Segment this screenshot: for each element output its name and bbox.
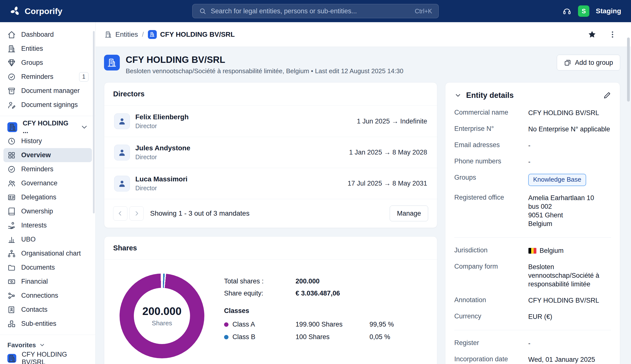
page-header: CFY HOLDING BV/SRL Besloten vennootschap… xyxy=(104,55,620,75)
add-to-group-button[interactable]: Add to group xyxy=(557,55,620,70)
detail-label: Annotation xyxy=(454,296,521,304)
user-pen-icon xyxy=(8,101,16,109)
brand[interactable]: Corporify xyxy=(10,6,62,16)
detail-value: Belgium xyxy=(540,246,564,255)
pagination-prev-button[interactable] xyxy=(113,206,128,220)
check-circle-icon xyxy=(8,73,16,81)
kebab-menu-icon[interactable] xyxy=(608,30,617,39)
detail-value: CFY HOLDING BV/SRL xyxy=(528,109,611,117)
manage-button[interactable]: Manage xyxy=(390,206,428,221)
director-role: Director xyxy=(135,184,188,192)
detail-label: Commercial name xyxy=(454,109,521,116)
share-class-row: Class B 100 Shares 0,05 % xyxy=(224,333,427,341)
sidebar-divider xyxy=(0,116,96,116)
donut-center-value: 200.000 xyxy=(142,305,182,318)
pagination-next-button[interactable] xyxy=(130,206,144,220)
headset-icon[interactable] xyxy=(562,6,572,16)
sidebar-item-governance[interactable]: Governance xyxy=(4,176,92,190)
page-title: CFY HOLDING BV/SRL xyxy=(126,55,403,65)
sidebar-item-delegations[interactable]: Delegations xyxy=(4,190,92,204)
chevron-down-icon xyxy=(39,342,45,348)
person-avatar-icon xyxy=(114,176,130,192)
sidebar-item-label: Document signings xyxy=(21,101,78,109)
archive-icon xyxy=(8,87,16,95)
breadcrumb-current: CFY HOLDING BV/SRL xyxy=(148,30,235,39)
page-content: CFY HOLDING BV/SRL Besloten vennootschap… xyxy=(96,47,631,364)
group-chip[interactable]: Knowledge Base xyxy=(528,174,586,186)
class-percent: 0,05 % xyxy=(370,333,427,341)
add-to-group-label: Add to group xyxy=(575,59,613,66)
search-input[interactable] xyxy=(211,8,410,15)
sidebar-item-label: Document manager xyxy=(21,87,80,95)
detail-row: Register - xyxy=(454,339,611,348)
favorites-label: Favorites xyxy=(8,341,36,349)
sidebar-item-document-signings[interactable]: Document signings xyxy=(4,98,92,112)
sidebar-item-sub-entities[interactable]: Sub-entities xyxy=(4,317,92,331)
detail-row: Enterprise N° No Enterprise N° applicabl… xyxy=(454,125,611,134)
sidebar-item-label: Entities xyxy=(21,45,43,52)
shares-card: Shares 200.000 Shares xyxy=(104,236,437,364)
sidebar-item-dashboard[interactable]: Dashboard xyxy=(4,28,92,42)
detail-label: Registered office xyxy=(454,194,521,201)
sidebar-item-label: Sub-entities xyxy=(21,320,56,328)
breadcrumb-entities[interactable]: Entities xyxy=(104,30,138,38)
reminders-count-badge: 1 xyxy=(79,72,88,82)
sidebar-item-financial[interactable]: Financial xyxy=(4,274,92,288)
sidebar-item-history[interactable]: History xyxy=(4,134,92,148)
sidebar-divider xyxy=(0,335,96,335)
main-scrollbar[interactable] xyxy=(627,38,630,102)
bar-chart-icon xyxy=(8,235,16,244)
sidebar-item-overview[interactable]: Overview xyxy=(4,148,92,162)
detail-label: Enterprise N° xyxy=(454,125,521,132)
mandate-period: 1 Jun 2025 → Indefinite xyxy=(357,118,427,125)
topbar: Corporify Ctrl+K S Staging xyxy=(0,0,631,22)
sidebar-scrollbar[interactable] xyxy=(93,31,95,214)
sidebar-item-label: Contacts xyxy=(21,306,48,314)
directors-title: Directors xyxy=(104,82,437,106)
sidebar-item-entities[interactable]: Entities xyxy=(4,42,92,56)
collapse-chevron-icon[interactable] xyxy=(454,92,462,99)
contact-book-icon xyxy=(8,306,16,314)
sidebar-item-connections[interactable]: Connections xyxy=(4,288,92,303)
classes-heading: Classes xyxy=(224,307,427,315)
sidebar-item-contacts[interactable]: Contacts xyxy=(4,303,92,317)
main-area: Entities / CFY HOLDING BV/SRL xyxy=(96,22,631,364)
brand-name: Corporify xyxy=(25,6,62,16)
global-search[interactable]: Ctrl+K xyxy=(192,4,439,18)
user-avatar[interactable]: S xyxy=(578,6,589,17)
sidebar-item-label: Overview xyxy=(21,151,51,159)
sidebar-item-label: Reminders xyxy=(21,165,54,173)
search-icon xyxy=(199,8,206,15)
sidebar-item-interests[interactable]: Interests xyxy=(4,218,92,232)
share-class-row: Class A 199.900 Shares 99,95 % xyxy=(224,321,427,328)
detail-value: Wed, 01 January 2025 xyxy=(528,355,611,364)
class-shares: 199.900 Shares xyxy=(296,321,370,328)
detail-row: Phone numbers - xyxy=(454,158,611,166)
breadcrumb-root-label: Entities xyxy=(115,30,138,38)
director-row[interactable]: Jules Andystone Director 1 Jan 2025 → 8 … xyxy=(104,137,437,168)
detail-label: Email adresses xyxy=(454,141,521,149)
sidebar-item-groups[interactable]: Groups xyxy=(4,56,92,70)
detail-label: Groups xyxy=(454,174,521,182)
sidebar-item-ubo[interactable]: UBO xyxy=(4,232,92,246)
sidebar-item-documents[interactable]: Documents xyxy=(4,260,92,274)
sidebar-item-document-manager[interactable]: Document manager xyxy=(4,84,92,98)
director-row[interactable]: Felix Elienbergh Director 1 Jun 2025 → I… xyxy=(104,106,437,137)
sidebar-item-organisational-chart[interactable]: Organisational chart xyxy=(4,246,92,260)
favorite-star-icon[interactable] xyxy=(588,30,596,39)
favorite-item-label: CFY HOLDING BV/SRL xyxy=(22,351,88,364)
entity-selector[interactable]: CFY HOLDING ... xyxy=(4,120,92,134)
directors-card: Directors Felix Elienbergh Director 1 Ju… xyxy=(104,82,437,228)
favorites-header[interactable]: Favorites xyxy=(0,339,96,351)
sidebar-item-reminders[interactable]: Reminders 1 xyxy=(4,70,92,84)
favorite-item-cfy-holding[interactable]: CFY HOLDING BV/SRL xyxy=(4,351,92,364)
edit-pencil-icon[interactable] xyxy=(603,92,611,99)
director-row[interactable]: Luca Massimori Director 17 Jul 2025 → 8 … xyxy=(104,168,437,199)
shares-details: Total shares : 200.000 Share equity: € 3… xyxy=(224,274,427,358)
grid-icon xyxy=(8,151,16,160)
directors-footer: Showing 1 - 3 out of 3 mandates Manage xyxy=(104,199,437,228)
sidebar-item-ownership[interactable]: Ownership xyxy=(4,204,92,218)
entity-details-card: Entity details Commercial name CFY HOLDI… xyxy=(445,82,620,364)
sidebar-item-label: Governance xyxy=(21,180,58,187)
sidebar-item-entity-reminders[interactable]: Reminders xyxy=(4,162,92,176)
